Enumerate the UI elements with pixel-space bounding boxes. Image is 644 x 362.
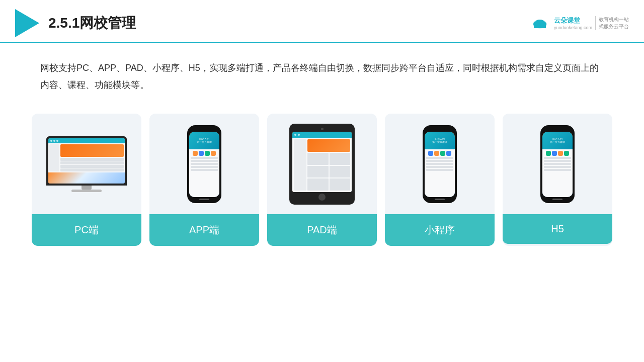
mini-image-area: 职达人的第一堂兴趣课	[385, 114, 495, 214]
h5-phone-outer: 职达人的第一堂兴趣课	[540, 125, 575, 203]
brand-logo: 云朵课堂 yunduoketang.com 教育机构一站式服务云平台	[529, 15, 629, 31]
brand-slogan: 教育机构一站式服务云平台	[595, 16, 629, 30]
card-mini: 职达人的第一堂兴趣课	[385, 114, 495, 246]
header: 2.5.1网校管理 云朵课堂 yunduoketang.com 教育机构一站式服…	[0, 0, 644, 43]
phone-mockup: 职达人的第一堂兴趣课	[187, 125, 221, 203]
mini-label: 小程序	[385, 214, 495, 246]
description-content: 网校支持PC、APP、PAD、小程序、H5，实现多端打通，产品各终端自由切换，数…	[40, 63, 599, 90]
card-app: 职达人的第一堂兴趣课	[149, 114, 259, 246]
brand-url: yunduoketang.com	[554, 25, 592, 30]
h5-phone-mockup: 职达人的第一堂兴趣课	[540, 125, 575, 203]
pc-image-area	[32, 114, 141, 214]
mini-phone-mockup: 职达人的第一堂兴趣课	[423, 125, 457, 203]
brand-text: 云朵课堂 yunduoketang.com	[554, 16, 592, 30]
logo-triangle-icon	[15, 9, 39, 37]
svg-rect-6	[534, 25, 546, 28]
card-pc: PC端	[32, 114, 141, 246]
pad-image-area	[267, 114, 377, 214]
pc-screen-outer	[46, 136, 127, 186]
app-label: APP端	[149, 214, 259, 246]
h5-image-area: 职达人的第一堂兴趣课	[503, 114, 612, 214]
cloud-icon	[529, 15, 551, 31]
mini-phone-outer: 职达人的第一堂兴趣课	[423, 125, 457, 203]
header-left: 2.5.1网校管理	[15, 9, 136, 37]
app-image-area: 职达人的第一堂兴趣课	[149, 114, 259, 214]
pad-label: PAD端	[267, 214, 377, 246]
pc-mockup	[46, 136, 127, 192]
phone-outer: 职达人的第一堂兴趣课	[187, 125, 221, 203]
description-text: 网校支持PC、APP、PAD、小程序、H5，实现多端打通，产品各终端自由切换，数…	[0, 43, 644, 104]
card-pad: PAD端	[267, 114, 377, 246]
h5-label: H5	[503, 214, 612, 244]
page-title: 2.5.1网校管理	[48, 14, 136, 33]
cards-area: PC端 职达人的第一堂兴趣课	[0, 104, 644, 261]
pc-label: PC端	[32, 214, 141, 246]
tablet-mockup	[289, 124, 355, 205]
pc-screen	[48, 138, 125, 184]
card-h5: 职达人的第一堂兴趣课	[503, 114, 612, 246]
brand-name: 云朵课堂	[554, 16, 592, 25]
tablet-outer	[289, 124, 355, 205]
